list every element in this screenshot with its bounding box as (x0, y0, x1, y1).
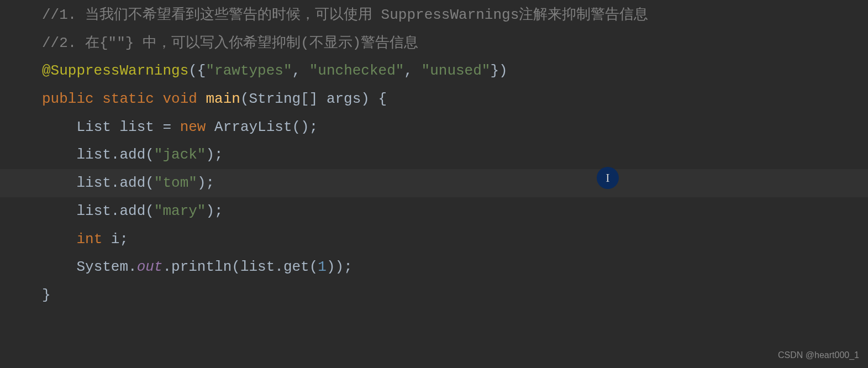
indent (42, 203, 76, 219)
keyword-int: int (76, 231, 111, 248)
params: (String[] args) { (240, 91, 387, 107)
method-call: list.add( (76, 175, 154, 191)
keyword-static: static (102, 91, 162, 107)
code-line-8[interactable]: list.add("mary"); (42, 197, 868, 225)
end: ); (197, 175, 214, 191)
code-line-5[interactable]: List list = new ArrayList(); (42, 113, 868, 141)
text-cursor-icon (597, 167, 619, 189)
code-line-4[interactable]: public static void main(String[] args) { (42, 85, 868, 113)
paren-close: }) (490, 62, 507, 79)
type-decl: List list = (76, 119, 180, 135)
constructor: ArrayList(); (214, 119, 318, 135)
watermark-text: CSDN @heart000_1 (778, 346, 859, 364)
println: .println(list.get( (162, 259, 318, 275)
code-line-1[interactable]: //1. 当我们不希望看到这些警告的时候，可以使用 SuppressWarnin… (42, 1, 868, 29)
number-literal: 1 (318, 259, 327, 275)
keyword-new: new (180, 119, 214, 135)
code-line-6[interactable]: list.add("jack"); (42, 141, 868, 169)
paren-open: ({ (188, 62, 206, 79)
indent (42, 146, 76, 163)
end: ); (206, 203, 223, 219)
string-literal: "mary" (154, 203, 206, 219)
code-line-3[interactable]: @SuppressWarnings({"rawtypes", "unchecke… (42, 57, 868, 85)
string-literal: "unused" (422, 62, 491, 79)
code-line-2[interactable]: //2. 在{""} 中，可以写入你希望抑制(不显示)警告信息 (42, 29, 868, 57)
method-call: list.add( (76, 203, 154, 219)
string-literal: "rawtypes" (206, 62, 292, 79)
string-literal: "unchecked" (309, 62, 404, 79)
code-line-9[interactable]: int i; (42, 225, 868, 254)
static-field-out: out (137, 259, 163, 275)
indent (42, 259, 76, 275)
comma: , (292, 62, 309, 79)
indent (42, 175, 76, 191)
string-literal: "tom" (154, 175, 197, 191)
comment-text: //1. 当我们不希望看到这些警告的时候，可以使用 SuppressWarnin… (42, 7, 648, 23)
indent (42, 119, 76, 135)
variable: i; (111, 231, 128, 248)
closing-brace: } (42, 287, 51, 303)
comment-text: //2. 在{""} 中，可以写入你希望抑制(不显示)警告信息 (42, 35, 418, 51)
code-line-10[interactable]: System.out.println(list.get(1)); (42, 253, 868, 281)
code-line-12[interactable]: } (42, 281, 868, 309)
system: System. (76, 259, 136, 275)
indent (42, 231, 76, 248)
method-name: main (206, 91, 240, 107)
method-call: list.add( (76, 146, 154, 163)
end: ); (206, 146, 223, 163)
string-literal: "jack" (154, 146, 206, 163)
keyword-public: public (42, 91, 102, 107)
keyword-void: void (162, 91, 206, 107)
annotation: @SuppressWarnings (42, 62, 188, 79)
end: )); (327, 259, 353, 275)
code-line-7-highlighted[interactable]: list.add("tom"); (0, 169, 868, 197)
comma: , (404, 62, 421, 79)
